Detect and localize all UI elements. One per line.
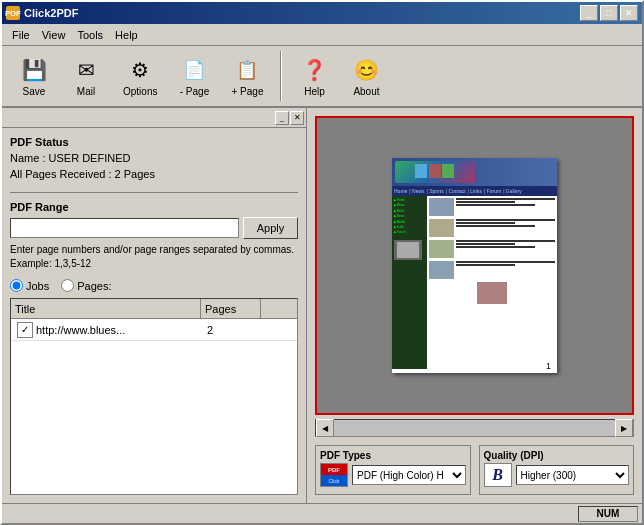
pdf-name-label: Name : USER DEFINED bbox=[10, 152, 298, 164]
range-input-row: Apply bbox=[10, 217, 298, 239]
save-button[interactable]: 💾 Save bbox=[10, 51, 58, 102]
pdf-icon-top: PDF bbox=[321, 464, 347, 475]
col-title-header: Title bbox=[11, 299, 201, 318]
row-checkbox[interactable]: ✓ bbox=[17, 322, 33, 338]
scroll-right-btn[interactable]: ▶ bbox=[615, 419, 633, 437]
radio-pages[interactable] bbox=[61, 279, 74, 292]
pdf-type-section: PDF Types PDF Click PDF (High Color) H P… bbox=[315, 445, 471, 495]
toolbar-separator bbox=[280, 51, 282, 101]
status-bar: NUM bbox=[2, 503, 642, 523]
main-window: PDF Click2PDF _ □ ✕ File View Tools Help… bbox=[0, 0, 644, 525]
menu-bar: File View Tools Help bbox=[2, 24, 642, 46]
scroll-track[interactable] bbox=[334, 420, 615, 436]
pdf-type-select[interactable]: PDF (High Color) H PDF (Low Color) PDF (… bbox=[352, 465, 466, 485]
quality-row: B Higher (300) High (200) Medium (150) L… bbox=[484, 463, 630, 487]
preview-main bbox=[427, 196, 557, 369]
num-indicator: NUM bbox=[578, 506, 638, 522]
maximize-button[interactable]: □ bbox=[600, 5, 618, 21]
quality-label: Quality (DPI) bbox=[484, 450, 630, 461]
options-icon: ⚙ bbox=[126, 56, 154, 84]
quality-icon: B bbox=[484, 463, 512, 487]
preview-content: ▶ Home ▶ Blues ▶ Band ▶ News ▶ Media ▶ L… bbox=[392, 196, 557, 369]
radio-jobs-label[interactable]: Jobs bbox=[10, 279, 49, 292]
title-bar-text: PDF Click2PDF bbox=[6, 6, 78, 20]
menu-view[interactable]: View bbox=[36, 27, 72, 43]
pdf-type-row: PDF Click PDF (High Color) H PDF (Low Co… bbox=[320, 463, 466, 487]
preview-scrollbar[interactable]: ◀ ▶ bbox=[315, 419, 634, 437]
pdf-range-title: PDF Range bbox=[10, 201, 298, 213]
plus-page-button[interactable]: 📋 + Page bbox=[222, 51, 272, 102]
radio-pages-label[interactable]: Pages: bbox=[61, 279, 111, 292]
app-icon: PDF bbox=[6, 6, 20, 20]
mail-icon: ✉ bbox=[72, 56, 100, 84]
bottom-row: PDF Types PDF Click PDF (High Color) H P… bbox=[315, 445, 634, 495]
help-button[interactable]: ❓ Help bbox=[290, 51, 338, 102]
menu-tools[interactable]: Tools bbox=[71, 27, 109, 43]
minus-page-icon: 📄 bbox=[180, 56, 208, 84]
left-content: PDF Status Name : USER DEFINED All Pages… bbox=[2, 128, 306, 503]
range-input[interactable] bbox=[10, 218, 239, 238]
radio-jobs[interactable] bbox=[10, 279, 23, 292]
left-panel: _ ✕ PDF Status Name : USER DEFINED All P… bbox=[2, 108, 307, 503]
menu-file[interactable]: File bbox=[6, 27, 36, 43]
quality-select[interactable]: Higher (300) High (200) Medium (150) Low… bbox=[516, 465, 630, 485]
range-hint: Enter page numbers and/or page ranges se… bbox=[10, 243, 298, 271]
about-button[interactable]: 😊 About bbox=[342, 51, 390, 102]
pdf-pages-label: All Pages Received : 2 Pages bbox=[10, 168, 298, 180]
preview-logo bbox=[395, 161, 475, 183]
divider-1 bbox=[10, 192, 298, 193]
panel-close-btn[interactable]: ✕ bbox=[290, 111, 304, 125]
preview-page: Home | News | Sports | Contact | Links |… bbox=[392, 158, 557, 373]
row-pages-cell: 2 bbox=[203, 322, 263, 338]
minus-page-button[interactable]: 📄 - Page bbox=[170, 51, 218, 102]
panel-minimize-btn[interactable]: _ bbox=[275, 111, 289, 125]
table-body: ✓ http://www.blues... 2 bbox=[11, 319, 297, 494]
main-area: _ ✕ PDF Status Name : USER DEFINED All P… bbox=[2, 108, 642, 503]
preview-badge bbox=[477, 282, 507, 304]
table-header: Title Pages bbox=[11, 299, 297, 319]
mail-button[interactable]: ✉ Mail bbox=[62, 51, 110, 102]
window-controls: _ □ ✕ bbox=[580, 5, 638, 21]
panel-title-bar: _ ✕ bbox=[2, 108, 306, 128]
preview-page-number: 1 bbox=[546, 361, 551, 371]
scroll-left-btn[interactable]: ◀ bbox=[316, 419, 334, 437]
close-button[interactable]: ✕ bbox=[620, 5, 638, 21]
quality-section: Quality (DPI) B Higher (300) High (200) … bbox=[479, 445, 635, 495]
minimize-button[interactable]: _ bbox=[580, 5, 598, 21]
plus-page-icon: 📋 bbox=[233, 56, 261, 84]
radio-row: Jobs Pages: bbox=[10, 279, 298, 292]
toolbar: 💾 Save ✉ Mail ⚙ Options 📄 - Page 📋 + Pag… bbox=[2, 46, 642, 108]
about-icon: 😊 bbox=[352, 56, 380, 84]
preview-sidebar: ▶ Home ▶ Blues ▶ Band ▶ News ▶ Media ▶ L… bbox=[392, 196, 427, 369]
menu-help[interactable]: Help bbox=[109, 27, 144, 43]
preview-nav: Home | News | Sports | Contact | Links |… bbox=[392, 186, 557, 196]
preview-header bbox=[392, 158, 557, 186]
preview-logo-grid bbox=[415, 164, 455, 180]
pdf-type-label: PDF Types bbox=[320, 450, 466, 461]
panel-controls: _ ✕ bbox=[275, 111, 304, 125]
title-bar: PDF Click2PDF _ □ ✕ bbox=[2, 2, 642, 24]
save-icon: 💾 bbox=[20, 56, 48, 84]
pdf-type-icon: PDF Click bbox=[320, 463, 348, 487]
options-button[interactable]: ⚙ Options bbox=[114, 51, 166, 102]
preview-container: Home | News | Sports | Contact | Links |… bbox=[315, 116, 634, 415]
help-icon: ❓ bbox=[300, 56, 328, 84]
row-title-cell: ✓ http://www.blues... bbox=[13, 320, 203, 340]
pdf-icon-bottom: Click bbox=[321, 475, 347, 486]
right-panel: Home | News | Sports | Contact | Links |… bbox=[307, 108, 642, 503]
apply-button[interactable]: Apply bbox=[243, 217, 298, 239]
pdf-status-title: PDF Status bbox=[10, 136, 298, 148]
jobs-table: Title Pages ✓ http://www.blues... 2 bbox=[10, 298, 298, 495]
table-row[interactable]: ✓ http://www.blues... 2 bbox=[11, 319, 297, 341]
col-pages-header: Pages bbox=[201, 299, 261, 318]
